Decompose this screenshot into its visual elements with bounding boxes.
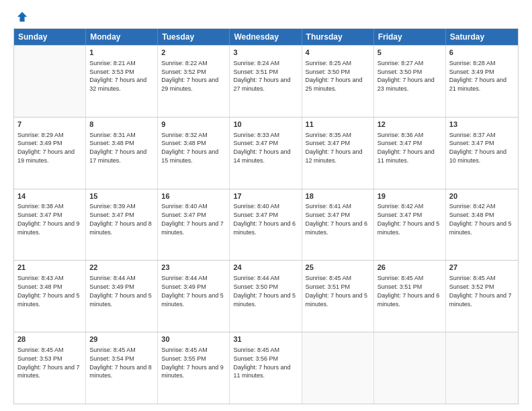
cell-info: Sunrise: 8:24 AMSunset: 3:51 PMDaylight:… <box>233 60 290 92</box>
table-row: 2Sunrise: 8:22 AMSunset: 3:52 PMDaylight… <box>158 46 230 117</box>
day-number: 7 <box>17 120 82 130</box>
day-number: 14 <box>17 191 82 201</box>
table-row: 10Sunrise: 8:33 AMSunset: 3:47 PMDayligh… <box>230 118 302 189</box>
cell-info: Sunrise: 8:45 AMSunset: 3:51 PMDaylight:… <box>306 275 368 307</box>
table-row: 1Sunrise: 8:21 AMSunset: 3:53 PMDaylight… <box>86 46 158 117</box>
table-row <box>374 332 446 404</box>
day-number: 18 <box>306 191 370 201</box>
cell-info: Sunrise: 8:21 AMSunset: 3:53 PMDaylight:… <box>89 60 146 92</box>
svg-marker-0 <box>17 12 27 21</box>
day-number: 30 <box>161 334 226 345</box>
cell-info: Sunrise: 8:45 AMSunset: 3:51 PMDaylight:… <box>378 275 440 307</box>
day-number: 2 <box>161 48 226 58</box>
cell-info: Sunrise: 8:36 AMSunset: 3:47 PMDaylight:… <box>378 132 435 164</box>
cell-info: Sunrise: 8:39 AMSunset: 3:47 PMDaylight:… <box>89 203 152 235</box>
cell-info: Sunrise: 8:28 AMSunset: 3:49 PMDaylight:… <box>449 60 506 92</box>
header-cell-wednesday: Wednesday <box>230 29 302 45</box>
cell-info: Sunrise: 8:42 AMSunset: 3:47 PMDaylight:… <box>378 203 440 235</box>
day-number: 24 <box>233 263 298 273</box>
day-number: 12 <box>378 120 442 130</box>
cell-info: Sunrise: 8:44 AMSunset: 3:49 PMDaylight:… <box>161 275 224 307</box>
day-number: 22 <box>89 263 154 273</box>
calendar-row-1: 1Sunrise: 8:21 AMSunset: 3:53 PMDaylight… <box>14 45 518 117</box>
day-number: 11 <box>306 120 370 130</box>
table-row: 8Sunrise: 8:31 AMSunset: 3:48 PMDaylight… <box>86 118 158 189</box>
day-number: 9 <box>161 120 226 130</box>
table-row <box>446 332 518 404</box>
calendar-row-4: 21Sunrise: 8:43 AMSunset: 3:48 PMDayligh… <box>14 260 518 332</box>
table-row: 3Sunrise: 8:24 AMSunset: 3:51 PMDaylight… <box>230 46 302 117</box>
day-number: 10 <box>233 120 298 130</box>
calendar-row-2: 7Sunrise: 8:29 AMSunset: 3:49 PMDaylight… <box>14 117 518 189</box>
day-number: 17 <box>233 191 298 201</box>
logo-icon <box>16 11 28 23</box>
cell-info: Sunrise: 8:33 AMSunset: 3:47 PMDaylight:… <box>233 132 290 164</box>
table-row <box>302 332 374 404</box>
calendar-row-5: 28Sunrise: 8:45 AMSunset: 3:53 PMDayligh… <box>14 332 518 404</box>
cell-info: Sunrise: 8:22 AMSunset: 3:52 PMDaylight:… <box>161 60 218 92</box>
header-cell-saturday: Saturday <box>446 29 518 45</box>
table-row: 23Sunrise: 8:44 AMSunset: 3:49 PMDayligh… <box>158 261 230 332</box>
day-number: 21 <box>17 263 82 273</box>
day-number: 1 <box>89 48 154 58</box>
cell-info: Sunrise: 8:27 AMSunset: 3:50 PMDaylight:… <box>378 60 435 92</box>
calendar-body: 1Sunrise: 8:21 AMSunset: 3:53 PMDaylight… <box>14 45 518 404</box>
table-row: 7Sunrise: 8:29 AMSunset: 3:49 PMDaylight… <box>14 118 86 189</box>
calendar-header: SundayMondayTuesdayWednesdayThursdayFrid… <box>14 29 518 45</box>
cell-info: Sunrise: 8:42 AMSunset: 3:48 PMDaylight:… <box>449 203 512 235</box>
table-row: 30Sunrise: 8:45 AMSunset: 3:55 PMDayligh… <box>158 332 230 404</box>
table-row: 19Sunrise: 8:42 AMSunset: 3:47 PMDayligh… <box>374 189 446 261</box>
cell-info: Sunrise: 8:45 AMSunset: 3:55 PMDaylight:… <box>161 347 224 379</box>
day-number: 26 <box>378 263 442 273</box>
table-row: 20Sunrise: 8:42 AMSunset: 3:48 PMDayligh… <box>446 189 518 261</box>
table-row: 26Sunrise: 8:45 AMSunset: 3:51 PMDayligh… <box>374 261 446 332</box>
page-header <box>13 11 519 23</box>
header-cell-sunday: Sunday <box>14 29 86 45</box>
calendar: SundayMondayTuesdayWednesdayThursdayFrid… <box>13 28 519 404</box>
day-number: 13 <box>449 120 515 130</box>
day-number: 3 <box>233 48 298 58</box>
table-row: 29Sunrise: 8:45 AMSunset: 3:54 PMDayligh… <box>86 332 158 404</box>
day-number: 6 <box>449 48 515 58</box>
cell-info: Sunrise: 8:40 AMSunset: 3:47 PMDaylight:… <box>161 203 224 235</box>
day-number: 5 <box>378 48 442 58</box>
table-row: 22Sunrise: 8:44 AMSunset: 3:49 PMDayligh… <box>86 261 158 332</box>
table-row: 18Sunrise: 8:41 AMSunset: 3:47 PMDayligh… <box>302 189 374 261</box>
day-number: 8 <box>89 120 154 130</box>
cell-info: Sunrise: 8:44 AMSunset: 3:49 PMDaylight:… <box>89 275 152 307</box>
logo <box>13 11 28 23</box>
table-row: 24Sunrise: 8:44 AMSunset: 3:50 PMDayligh… <box>230 261 302 332</box>
day-number: 20 <box>449 191 515 201</box>
table-row: 28Sunrise: 8:45 AMSunset: 3:53 PMDayligh… <box>14 332 86 404</box>
table-row: 15Sunrise: 8:39 AMSunset: 3:47 PMDayligh… <box>86 189 158 261</box>
cell-info: Sunrise: 8:43 AMSunset: 3:48 PMDaylight:… <box>17 275 80 307</box>
day-number: 31 <box>233 334 298 345</box>
header-cell-monday: Monday <box>86 29 158 45</box>
day-number: 16 <box>161 191 226 201</box>
table-row: 27Sunrise: 8:45 AMSunset: 3:52 PMDayligh… <box>446 261 518 332</box>
table-row: 12Sunrise: 8:36 AMSunset: 3:47 PMDayligh… <box>374 118 446 189</box>
cell-info: Sunrise: 8:45 AMSunset: 3:54 PMDaylight:… <box>89 347 152 379</box>
calendar-row-3: 14Sunrise: 8:38 AMSunset: 3:47 PMDayligh… <box>14 189 518 261</box>
header-cell-thursday: Thursday <box>302 29 374 45</box>
day-number: 19 <box>378 191 442 201</box>
table-row: 9Sunrise: 8:32 AMSunset: 3:48 PMDaylight… <box>158 118 230 189</box>
table-row <box>14 46 86 117</box>
day-number: 27 <box>449 263 515 273</box>
day-number: 29 <box>89 334 154 345</box>
cell-info: Sunrise: 8:41 AMSunset: 3:47 PMDaylight:… <box>306 203 368 235</box>
cell-info: Sunrise: 8:31 AMSunset: 3:48 PMDaylight:… <box>89 132 146 164</box>
day-number: 4 <box>306 48 370 58</box>
day-number: 15 <box>89 191 154 201</box>
cell-info: Sunrise: 8:29 AMSunset: 3:49 PMDaylight:… <box>17 132 75 164</box>
header-cell-tuesday: Tuesday <box>158 29 230 45</box>
header-cell-friday: Friday <box>374 29 446 45</box>
cell-info: Sunrise: 8:45 AMSunset: 3:56 PMDaylight:… <box>233 347 290 379</box>
day-number: 23 <box>161 263 226 273</box>
table-row: 4Sunrise: 8:25 AMSunset: 3:50 PMDaylight… <box>302 46 374 117</box>
table-row: 5Sunrise: 8:27 AMSunset: 3:50 PMDaylight… <box>374 46 446 117</box>
cell-info: Sunrise: 8:38 AMSunset: 3:47 PMDaylight:… <box>17 203 80 235</box>
cell-info: Sunrise: 8:25 AMSunset: 3:50 PMDaylight:… <box>306 60 363 92</box>
cell-info: Sunrise: 8:44 AMSunset: 3:50 PMDaylight:… <box>233 275 296 307</box>
table-row: 25Sunrise: 8:45 AMSunset: 3:51 PMDayligh… <box>302 261 374 332</box>
